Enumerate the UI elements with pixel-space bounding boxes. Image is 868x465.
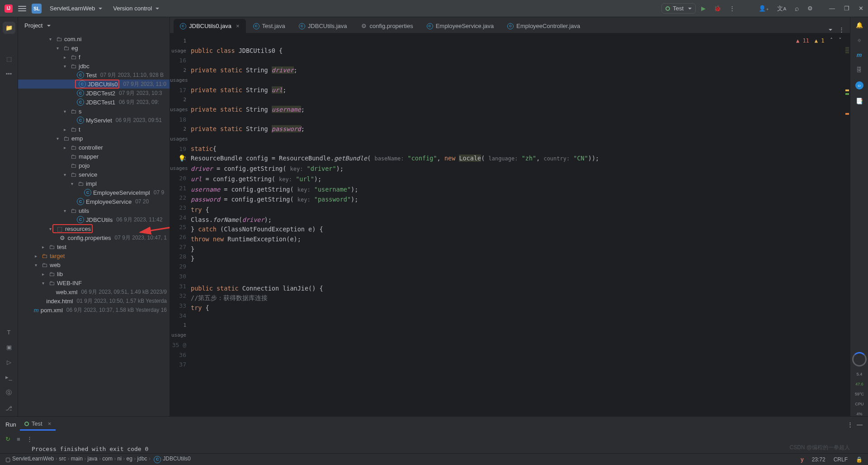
terminal-tool-button[interactable]: ▸_	[5, 374, 12, 380]
tabs-dropdown-button[interactable]	[829, 29, 832, 33]
inspections-badge[interactable]: ▲ 11 ▲ 1 ˆˇ	[796, 36, 842, 46]
editor-tab-employeecontroller-java[interactable]: CEmployeeController.java	[501, 19, 586, 33]
code-with-me-icon[interactable]: 👤₊	[759, 5, 769, 12]
caret-position: 23:72	[812, 456, 826, 463]
debug-button[interactable]: 🐞	[714, 5, 721, 12]
git-tool-button[interactable]: ⎇	[5, 405, 12, 412]
project-tree[interactable]: ▾🗀com.ni▾🗀eg▸🗀f▾🗀jdbc CTest07 9月 2023, 1…	[18, 34, 170, 416]
line-separator[interactable]: CRLF	[834, 456, 848, 463]
breadcrumb-path[interactable]: ServletLearnWeb › src › main › java › co…	[12, 456, 191, 463]
todo-tool-button[interactable]: T	[7, 329, 11, 336]
tree-item-jdbctest2[interactable]: CJDBCTest207 9月 2023, 10:3	[18, 89, 170, 98]
tree-item-pom-xml[interactable]: mpom.xml06 9月 2023, 10:37, 1.58 kB Yeste…	[18, 305, 170, 315]
main-menu-button[interactable]	[18, 5, 26, 13]
tree-item-target[interactable]: ▸🗀target	[18, 251, 170, 260]
editor-tab-jdbcutils0-java[interactable]: CJDBCUtils0.java×	[174, 19, 246, 33]
ai-assistant-tool-button[interactable]: ⟐	[858, 37, 861, 43]
tree-item-web[interactable]: ▾🗀web	[18, 260, 170, 269]
readonly-lock-icon[interactable]: 🔒	[856, 456, 863, 463]
breadcrumb-seg[interactable]: java	[88, 456, 98, 462]
editor-tab-jdbcutils-java[interactable]: CJDBCUtils.java	[292, 19, 354, 33]
more-tools-button[interactable]: •••	[6, 70, 12, 77]
tree-item-web-xml[interactable]: web.xml06 9月 2023, 09:51, 1.49 kB 2023/9	[18, 287, 170, 296]
project-panel-title[interactable]: Project	[24, 22, 42, 29]
nav-icon[interactable]: ▢	[5, 456, 10, 463]
translate-icon[interactable]: 文ᴀ	[777, 5, 787, 13]
database-tool-button[interactable]: 🗄	[856, 66, 862, 73]
breadcrumb-seg[interactable]: src	[59, 456, 66, 462]
tree-item-service[interactable]: ▾🗀service	[18, 170, 170, 179]
tree-item-utils[interactable]: ▾🗀utils	[18, 206, 170, 215]
run-panel-hide-button[interactable]: —	[857, 421, 863, 428]
breadcrumb-seg[interactable]: JDBCUtils0	[163, 456, 190, 462]
window-close-button[interactable]: ✕	[859, 5, 863, 12]
tabs-more-button[interactable]: ⋮	[839, 26, 844, 33]
code-body[interactable]: ▲ 11 ▲ 1 ˆˇ public class JDBCUtils0 { pr…	[191, 33, 844, 416]
run-button[interactable]: ▶	[701, 5, 706, 12]
tree-item-pojo[interactable]: 🗀pojo	[18, 161, 170, 170]
tree-item-t[interactable]: ▸🗀t	[18, 125, 170, 134]
bottom-bar: ▢ ServletLearnWeb › src › main › java › …	[0, 453, 868, 465]
tree-item-test[interactable]: CTest07 9月 2023, 11:10, 928 B	[18, 70, 170, 80]
structure-tool-button[interactable]: ⬚	[6, 56, 12, 62]
tree-item-lib[interactable]: ▸🗀lib	[18, 269, 170, 278]
coverage-tool-button[interactable]: ‹›	[855, 81, 863, 89]
search-everywhere-icon[interactable]: ⌕	[795, 5, 799, 13]
breadcrumb-seg[interactable]: com	[102, 456, 113, 462]
run-output[interactable]: Process finished with exit code 0	[0, 446, 868, 452]
editor-tab-config-properties[interactable]: ⚙config.properties	[354, 19, 420, 33]
services-tool-button[interactable]: ▣	[6, 344, 12, 351]
marker-stripe[interactable]	[844, 33, 850, 416]
run-panel-options-button[interactable]: ⋮	[847, 421, 853, 428]
breadcrumb-seg[interactable]: ni	[118, 456, 122, 462]
tree-item-s[interactable]: ▾🗀s	[18, 107, 170, 116]
tree-item-f[interactable]: ▸🗀f	[18, 52, 170, 61]
tree-item-eg[interactable]: ▾🗀eg	[18, 43, 170, 52]
tree-item-employeeservice[interactable]: CEmployeeService07 20	[18, 197, 170, 206]
tree-item-test[interactable]: ▸🗀test	[18, 242, 170, 251]
run-tool-button-left[interactable]: ▷	[7, 359, 11, 366]
tree-item-employeeserviceimpl[interactable]: CEmployeeServiceImpl07 9	[18, 188, 170, 197]
settings-icon[interactable]: ⚙	[807, 5, 813, 12]
tree-item-jdbcutils0[interactable]: CJDBCUtils007 9月 2023, 11:0	[18, 80, 170, 89]
editor-tab-test-java[interactable]: CTest.java	[247, 19, 292, 33]
tree-item-impl[interactable]: ▾🗀impl	[18, 179, 170, 188]
code-editor[interactable]: 1 usage162 usages172 usages182 usages192…	[170, 33, 850, 416]
window-maximize-button[interactable]: ❐	[844, 5, 849, 12]
tree-item-index-html[interactable]: index.html01 9月 2023, 10:50, 1.57 kB Yes…	[18, 296, 170, 305]
editor-tab-employeeservice-java[interactable]: CEmployeeService.java	[420, 19, 500, 33]
maven-tool-button[interactable]: m	[857, 52, 862, 58]
window-minimize-button[interactable]: —	[829, 5, 835, 12]
rerun-button[interactable]: ↻	[5, 436, 10, 442]
breadcrumb-seg[interactable]: jdbc	[137, 456, 147, 462]
tree-item-config-properties[interactable]: ⚙config.properties07 9月 2023, 10:47, 1	[18, 233, 170, 242]
tree-item-emp[interactable]: ▾🗀emp	[18, 134, 170, 143]
tree-item-myservlet[interactable]: CMyServlet06 9月 2023, 09:51	[18, 116, 170, 125]
tree-item-jdbctest1[interactable]: CJDBCTest106 9月 2023, 09:	[18, 98, 170, 107]
run-config-selector[interactable]: Test	[661, 3, 696, 14]
tree-item-com-ni[interactable]: ▾🗀com.ni	[18, 34, 170, 43]
stop-button[interactable]: ■	[17, 436, 20, 442]
breadcrumb-seg[interactable]: eg	[127, 456, 132, 462]
close-tab-icon[interactable]: ×	[236, 23, 240, 29]
vcs-dropdown[interactable]: Version control	[110, 3, 162, 14]
breadcrumb-seg[interactable]: ServletLearnWeb	[12, 456, 54, 462]
tree-item-resources[interactable]: ▾⬚resources	[18, 224, 170, 233]
bookmarks-tool-button[interactable]: 📑	[856, 98, 863, 104]
tree-item-web-inf[interactable]: ▾🗀WEB-INF	[18, 278, 170, 287]
run-more-button[interactable]: ⋮	[27, 436, 33, 442]
problems-tool-button[interactable]: ⓪	[6, 389, 12, 397]
notifications-tool-button[interactable]: 🔔	[856, 22, 863, 28]
project-tool-button[interactable]: 📁	[3, 22, 15, 34]
run-config-tab[interactable]: Test×	[20, 418, 56, 431]
tree-item-jdbcutils[interactable]: CJDBCUtils06 9月 2023, 11:42	[18, 215, 170, 224]
project-dropdown[interactable]: ServletLearnWeb	[47, 3, 105, 14]
editor-tabs: CJDBCUtils0.java×CTest.javaCJDBCUtils.ja…	[170, 17, 850, 33]
breadcrumb-seg[interactable]: main	[71, 456, 83, 462]
intention-bulb-icon[interactable]: 💡	[178, 154, 186, 164]
more-actions-button[interactable]: ⋮	[729, 5, 735, 12]
tree-item-mapper[interactable]: 🗀mapper	[18, 152, 170, 161]
tree-item-controller[interactable]: ▸🗀controller	[18, 143, 170, 152]
tree-item-jdbc[interactable]: ▾🗀jdbc	[18, 61, 170, 70]
line-gutter: 1 usage162 usages172 usages182 usages192…	[170, 33, 191, 416]
